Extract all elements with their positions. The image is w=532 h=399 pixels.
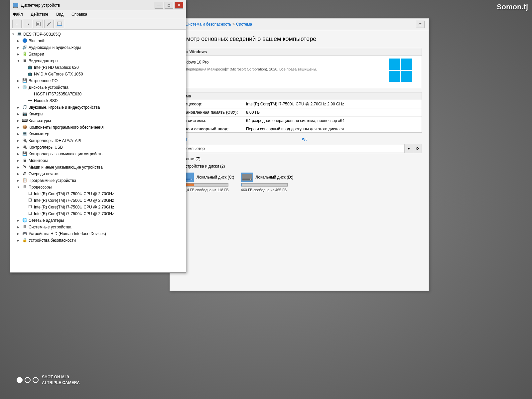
tree-item-sound[interactable]: ▶🎵Звуковые, игровые и видеоустройства [10,104,186,111]
processor-label: Процессор: [180,102,246,106]
tree-item-firmware[interactable]: ▶💾Встроенное ПО [10,77,186,84]
logo-pane-2 [401,59,413,70]
tree-icon-audio: 🔊 [22,45,28,50]
computer-dropdown-bar: от компьютер ▾ ⟳ [177,144,422,153]
minimize-button[interactable]: — [155,2,163,9]
tree-label-keyboards: Клавиатуры [29,118,51,123]
tree-item-video[interactable]: ▼🖥Видеоадаптеры [10,58,186,64]
disk-d-header: Локальный диск (D:) [241,173,294,182]
shot-badge: SHOT ON MI 9 AI TRIPLE CAMERA [17,374,80,386]
tree-item-cameras[interactable]: ▶📷Камеры [10,111,186,117]
sep2: > [232,22,235,27]
tree-label-print_queues: Очереди печати [29,172,59,176]
tree-item-ide[interactable]: ▶🔌Контроллеры IDE ATA/ATAPI [10,137,186,144]
svg-point-9 [191,179,192,180]
tree-item-usb[interactable]: ▶🔌Контроллеры USB [10,144,186,151]
svg-rect-5 [57,22,62,25]
tree-item-sys_devices[interactable]: ▶🖥Системные устройства [10,224,186,230]
computer-link[interactable]: ьютер [177,137,297,141]
logo-pane-3 [389,71,400,82]
circle-2 [25,377,31,383]
tree-chevron: ▶ [17,132,22,136]
device-tree: ▼💻DESKTOP-6C3105Q▶🔵Bluetooth▶🔊Аудиовходы… [10,30,186,272]
tree-label-cpu4: Intel(R) Core(TM) i7-7500U CPU @ 2.70GHz [34,211,114,216]
tree-item-net_adapters[interactable]: ▶🌐Сетевые адаптеры [10,217,186,224]
tree-item-keyboards[interactable]: ▶⌨Клавиатуры [10,117,186,124]
ram-label: Установленная память (ОЗУ): [180,110,246,115]
system-type-value: 64-разрядная операционная система, проце… [246,118,419,123]
menu-help[interactable]: Справка [70,11,88,17]
tree-item-software_components[interactable]: ▶📦Компоненты программного обеспечения [10,124,186,131]
address-bar: ния > Система и безопасность > Система ⟳ [170,19,429,30]
dropdown-button[interactable]: ▾ [404,144,413,153]
tree-label-ide: Контроллеры IDE ATA/ATAPI [29,138,81,143]
tree-item-root[interactable]: ▼💻DESKTOP-6C3105Q [10,31,186,38]
computer-path-input[interactable]: от компьютер [177,145,404,152]
tree-label-nvidia_gpu: NVIDIA GeForce GTX 1050 [34,72,83,76]
back-button[interactable]: ← [12,20,22,28]
svg-rect-0 [13,3,18,7]
tree-icon-nvidia_gpu: 📺 [27,71,33,77]
tree-item-security[interactable]: ▶🔒Устройства безопасности [10,237,186,244]
tree-item-print_queues[interactable]: ▶🖨Очереди печати [10,171,186,177]
tree-icon-battery: 🔋 [22,52,28,57]
tree-label-audio: Аудиовходы и аудиовыходы [29,45,81,50]
tree-item-computer[interactable]: ▶💻Компьютер [10,131,186,137]
tree-label-firmware: Встроенное ПО [29,78,58,83]
forward-button[interactable]: → [23,20,32,28]
tree-item-nvidia_gpu[interactable]: 📺NVIDIA GeForce GTX 1050 [10,71,186,77]
disk-c-bar-bg [182,183,228,187]
tree-item-cpu3[interactable]: ☐Intel(R) Core(TM) i7-7500U CPU @ 2.70GH… [10,204,186,210]
tree-item-processors[interactable]: ▼🖥Процессоры [10,184,186,191]
maximize-button[interactable]: □ [165,2,173,9]
tree-icon-mice: 🖱 [22,165,28,170]
tree-item-hid[interactable]: ▶🎮Устройства HID (Human Interface Device… [10,230,186,237]
tree-item-monitors[interactable]: ▶🖥Мониторы [10,157,186,164]
tree-item-ssd[interactable]: —Hoodisk SSD [10,97,186,104]
tree-item-bluetooth[interactable]: ▶🔵Bluetooth [10,38,186,44]
tree-chevron: ▶ [17,172,22,176]
tree-item-audio[interactable]: ▶🔊Аудиовходы и аудиовыходы [10,44,186,51]
properties-button[interactable] [34,20,43,28]
tree-label-hid: Устройства HID (Human Interface Devices) [29,231,106,236]
breadcrumb-part2[interactable]: Система и безопасность [186,22,231,27]
tree-chevron: ▶ [17,179,22,182]
tree-item-battery[interactable]: ▶🔋Батареи [10,51,186,58]
disk-c-free-text: 88,4 ГБ свободно из 118 ГБ [182,188,229,192]
system-section: стема Процессор: Intel(R) Core(TM) i7-75… [177,92,422,133]
header-refresh-button[interactable]: ⟳ [416,21,425,28]
tree-item-storage_ctrl[interactable]: ▶💾Контроллеры запоминающих устройств [10,151,186,157]
tree-icon-hgst: — [27,91,33,97]
tree-label-software_components: Компоненты программного обеспечения [29,125,104,130]
menu-file[interactable]: Файл [12,11,24,17]
tree-label-mice: Мыши и иные указывающие устройства [29,165,103,170]
tree-icon-ide: 🔌 [22,138,28,143]
edit-button[interactable] [44,20,54,28]
breadcrumb-part3[interactable]: Система [236,22,252,27]
tree-item-cpu1[interactable]: ☐Intel(R) Core(TM) i7-7500U CPU @ 2.70GH… [10,191,186,197]
tree-label-video: Видеоадаптеры [29,59,58,63]
view-button[interactable] [55,20,64,28]
view-link[interactable]: ид [302,137,421,141]
tree-item-cpu4[interactable]: ☐Intel(R) Core(TM) i7-7500U CPU @ 2.70GH… [10,210,186,217]
tree-item-mice[interactable]: ▶🖱Мыши и иные указывающие устройства [10,164,186,171]
tree-icon-cpu3: ☐ [27,204,33,210]
close-button[interactable]: ✕ [175,2,183,9]
tree-item-hgst[interactable]: —HGST HTS725050A7E630 [10,91,186,97]
refresh-small-button[interactable]: ⟳ [413,144,422,153]
disk-c-item[interactable]: Локальный диск (C:) 88,4 ГБ свободно из … [182,173,234,192]
tree-item-disk_drives[interactable]: ▼💿Дисковые устройства [10,84,186,91]
devices-row[interactable]: ▾ Устройства и диски (2) [177,163,422,170]
menu-view[interactable]: Вид [55,11,65,17]
tree-chevron: ▶ [17,159,22,162]
disk-d-item[interactable]: Локальный диск (D:) 460 ГБ свободно из 4… [241,173,294,192]
tree-label-bluetooth: Bluetooth [29,39,46,43]
menu-action[interactable]: Действие [30,11,50,17]
tree-item-cpu2[interactable]: ☐Intel(R) Core(TM) i7-7500U CPU @ 2.70GH… [10,197,186,204]
disk-d-bar-bg [241,183,288,187]
tree-item-sw_devices[interactable]: ▶📋Программные устройства [10,177,186,184]
tree-label-cameras: Камеры [29,112,43,116]
folders-row[interactable]: ▶ Папки (7) [177,155,422,163]
svg-rect-6 [57,25,62,26]
tree-item-intel_gpu[interactable]: 📺Intel(R) HD Graphics 620 [10,64,186,71]
